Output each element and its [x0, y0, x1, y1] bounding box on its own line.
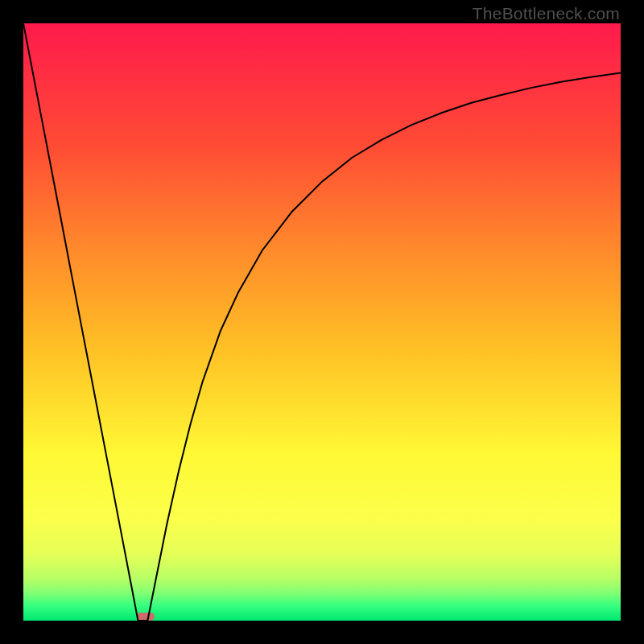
optimal-marker — [137, 613, 155, 621]
gradient-background — [23, 23, 621, 621]
plot-frame — [23, 23, 621, 621]
watermark-text: TheBottleneck.com — [473, 4, 620, 23]
